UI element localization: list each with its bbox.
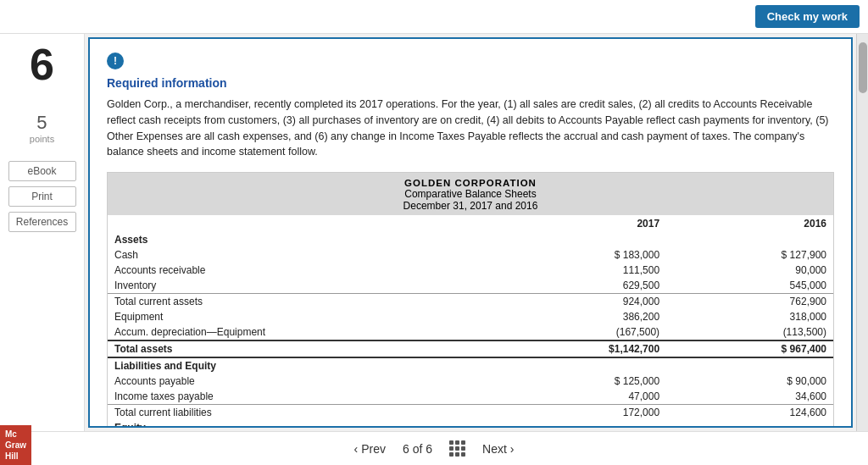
required-info-title: Required information [107,76,834,90]
table-column-headers: 2017 2016 [108,215,833,232]
content-area: ! Required information Golden Corp., a m… [88,37,853,428]
assets-heading: Assets [108,232,507,247]
next-label: Next [482,442,507,456]
company-name: GOLDEN CORPORATION [111,178,830,188]
equipment-2017: 386,200 [507,309,666,324]
2016-col-header: 2016 [666,215,833,232]
next-button[interactable]: Next › [482,442,514,456]
next-chevron-icon: › [510,442,515,456]
main-layout: 6 5 points eBook Print References ! Requ… [0,34,868,431]
financial-table: 2017 2016 Assets Cash $ 183,000 $ 127,90… [108,215,833,428]
liabilities-2017-empty [507,357,666,374]
cash-label: Cash [108,247,507,263]
inventory-2017: 629,500 [507,278,666,294]
grid-dot-2 [455,440,459,445]
total-assets-2017: $1,142,700 [507,340,666,357]
of-label: of [413,442,426,456]
scrollbar[interactable] [856,34,868,431]
table-row: Accounts receivable 111,500 90,000 [108,263,833,278]
cash-2017: $ 183,000 [507,247,666,263]
current-page: 6 [403,442,409,456]
income-taxes-2017: 47,000 [507,389,666,405]
table-subtitle: December 31, 2017 and 2016 [111,200,830,212]
label-col-header [108,215,507,232]
inventory-label: Inventory [108,278,507,294]
ebook-btn[interactable]: eBook [8,161,76,181]
top-bar: Check my work [0,0,868,34]
equity-2016-empty [666,420,833,428]
ar-2016: 90,000 [666,263,833,278]
table-row: Accum. depreciation—Equipment (167,500) … [108,324,833,340]
table-title: Comparative Balance Sheets [111,188,830,200]
liabilities-heading: Liabilities and Equity [108,357,507,374]
balance-sheet-container: GOLDEN CORPORATION Comparative Balance S… [107,172,834,428]
points-label: points [30,134,54,144]
assets-2016-empty [666,232,833,247]
grid-dot-1 [449,440,453,445]
mc-line: Mc [5,429,26,440]
accum-depr-label: Accum. depreciation—Equipment [108,324,507,340]
liabilities-heading-row: Liabilities and Equity [108,357,833,374]
inventory-2016: 545,000 [666,278,833,294]
total-current-liabilities-2017: 172,000 [507,405,666,421]
required-info-header: ! [107,53,834,69]
grid-icon[interactable] [449,440,465,457]
total-current-assets-label: Total current assets [108,294,507,310]
table-row: Total current assets 924,000 762,900 [108,294,833,310]
equity-heading-row: Equity [108,420,833,428]
total-current-liabilities-2016: 124,600 [666,405,833,421]
table-row: Total current liabilities 172,000 124,60… [108,405,833,421]
graw-line: Graw [5,440,26,451]
2017-col-header: 2017 [507,215,666,232]
prev-chevron-icon: ‹ [354,442,359,456]
ap-label: Accounts payable [108,374,507,389]
equipment-label: Equipment [108,309,507,324]
income-taxes-2016: 34,600 [666,389,833,405]
ap-2017: $ 125,000 [507,374,666,389]
print-btn[interactable]: Print [8,186,76,207]
assets-heading-row: Assets [108,232,833,247]
points-section: 5 points [30,112,54,144]
prev-label: Prev [361,442,386,456]
income-taxes-label: Income taxes payable [108,389,507,405]
accum-depr-2017: (167,500) [507,324,666,340]
total-current-liabilities-label: Total current liabilities [108,405,507,421]
assets-2017-empty [507,232,666,247]
points-value: 5 [30,112,54,134]
hill-line: Hill [5,451,26,462]
scrollbar-thumb[interactable] [859,42,867,93]
accum-depr-2016: (113,500) [666,324,833,340]
ar-2017: 111,500 [507,263,666,278]
grid-dot-4 [449,446,453,451]
references-btn[interactable]: References [8,212,76,232]
equity-2017-empty [507,420,666,428]
liabilities-2016-empty [666,357,833,374]
description-text: Golden Corp., a merchandiser, recently c… [107,97,834,160]
grid-dot-8 [455,452,459,457]
page-info: 6 of 6 [403,442,432,456]
grid-dot-5 [455,446,459,451]
question-number: 6 [30,42,54,86]
total-pages: 6 [426,442,432,456]
equity-heading: Equity [108,420,507,428]
left-panel: 6 5 points eBook Print References [0,34,85,431]
bottom-bar: ‹ Prev 6 of 6 Next › [0,431,868,465]
table-row: Cash $ 183,000 $ 127,900 [108,247,833,263]
grid-dot-9 [461,452,465,457]
table-header: GOLDEN CORPORATION Comparative Balance S… [108,173,833,215]
table-row: Equipment 386,200 318,000 [108,309,833,324]
alert-icon: ! [107,53,124,69]
total-assets-row: Total assets $1,142,700 $ 967,400 [108,340,833,357]
cash-2016: $ 127,900 [666,247,833,263]
equipment-2016: 318,000 [666,309,833,324]
check-my-work-button[interactable]: Check my work [755,5,860,28]
ap-2016: $ 90,000 [666,374,833,389]
total-assets-2016: $ 967,400 [666,340,833,357]
prev-button[interactable]: ‹ Prev [354,442,386,456]
grid-dot-3 [461,440,465,445]
total-current-assets-2016: 762,900 [666,294,833,310]
grid-dot-6 [461,446,465,451]
sidebar-buttons: eBook Print References [8,161,76,232]
total-current-assets-2017: 924,000 [507,294,666,310]
grid-dot-7 [449,452,453,457]
